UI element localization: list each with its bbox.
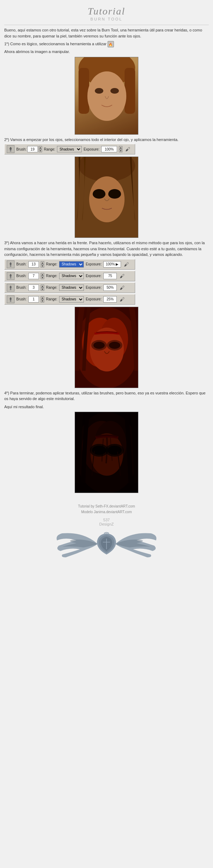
brush-size-input[interactable]: 19 [27, 146, 38, 152]
image-final-face [75, 412, 138, 493]
title: Tutorial [4, 6, 209, 16]
svg-rect-18 [10, 277, 11, 278]
range-select-step2[interactable]: Shadows Midtones Highlights [57, 146, 82, 152]
center-emblem-svg [94, 532, 119, 556]
step3-toolbars: Brush: 13 ▲ ▼ Range: Shadows Exposure: 1… [4, 259, 209, 305]
toolbar-step3-2: Brush: 7 ▲ ▼ Range: Shadows Exposure: 75… [4, 271, 135, 281]
range-select-3d[interactable]: Shadows [59, 296, 84, 303]
range-select-3b[interactable]: Shadows [59, 273, 84, 279]
left-wing-svg [55, 530, 98, 558]
face-svg-4 [75, 412, 138, 493]
step4-label: 4º) Para terminar, podemos aplicar textu… [4, 390, 209, 402]
image-original-face [75, 57, 138, 135]
step3-label: 3º) Ahora vamos a hacer una herida en la… [4, 240, 209, 258]
intro-text-2: Ahora abrimos la imagen a manipular. [4, 49, 209, 55]
subtitle: Burn Tool [4, 17, 209, 21]
brush-size-3d[interactable]: 1 [28, 296, 39, 303]
face-svg-1 [75, 57, 138, 135]
footer-credit1: Tutorial by Seth-FX.deviantART.com [4, 504, 209, 509]
face-svg-2 [75, 157, 138, 238]
burn-tool-icon-3b[interactable] [7, 272, 15, 280]
svg-rect-7 [10, 150, 11, 152]
wings-decoration [4, 530, 209, 558]
airbrush-3c[interactable]: 🖌 [119, 284, 126, 291]
toolbar-step3-3: Brush: 3 ▲ ▼ Range: Shadows Exposure: 50… [4, 282, 135, 293]
burn-tool-icon[interactable] [7, 145, 15, 153]
header: Tutorial Burn Tool [4, 4, 209, 23]
range-select-3c[interactable]: Shadows [59, 285, 84, 291]
exposure-up[interactable]: ▲ [119, 146, 122, 149]
brush-down-arrow[interactable]: ▼ [39, 149, 42, 152]
svg-rect-6 [75, 57, 138, 135]
burn-tool-icon-3d[interactable] [7, 295, 15, 303]
brush-box: Brush: 19 ▲ ▼ [16, 146, 42, 152]
exposure-3d[interactable]: 25% [103, 296, 117, 303]
range-select-3a[interactable]: Shadows [59, 261, 84, 268]
svg-rect-17 [10, 265, 11, 267]
step4-sublabel: Aquí mi resultado final. [4, 404, 209, 410]
footer-credit2: Modelo Janima.deviantART.com [4, 509, 209, 515]
exposure-3a[interactable]: 100% ▶ [103, 261, 121, 268]
svg-rect-16 [75, 157, 138, 238]
intro-text-1: Bueno, aquí estamos con otro tutorial, e… [4, 27, 209, 39]
svg-rect-30 [75, 307, 138, 388]
step1-label: 1º) Como es lógico, seleccionamos la her… [4, 41, 209, 47]
exposure-3b[interactable]: 75 [103, 273, 117, 279]
exposure-input-step2[interactable]: 100% [101, 146, 117, 152]
exposure-spinners-step2[interactable]: ▲ ▼ [119, 146, 122, 152]
airbrush-icon[interactable]: 🖌 [124, 146, 131, 153]
burn-tool-icon-3c[interactable] [7, 284, 15, 292]
face-svg-3 [75, 307, 138, 388]
brush-spinners[interactable]: ▲ ▼ [39, 146, 42, 152]
image-dark-eyes-face [75, 157, 138, 238]
burn-tool-icon-3a[interactable] [7, 260, 15, 268]
brush-size-3a[interactable]: 13 [28, 261, 39, 268]
toolbar-step2: Brush: 19 ▲ ▼ Range: Shadows Midtones Hi… [4, 144, 135, 154]
airbrush-3a[interactable]: 🖌 [123, 261, 130, 268]
airbrush-3d[interactable]: 🖌 [119, 296, 126, 303]
airbrush-3b[interactable]: 🖌 [119, 272, 126, 280]
svg-rect-19 [10, 288, 11, 290]
exposure-3c[interactable]: 50% [103, 285, 117, 291]
toolbar-step3-4: Brush: 1 ▲ ▼ Range: Shadows Exposure: 25… [4, 294, 135, 305]
exposure-down[interactable]: ▼ [119, 149, 122, 152]
header-divider [4, 25, 209, 25]
burn-tool-inline-icon: 🔥 [108, 41, 114, 47]
step2-label: 2º) Vamos a empezar por los ojos, selecc… [4, 137, 209, 143]
brush-up-arrow[interactable]: ▲ [39, 146, 42, 149]
toolbar-step3-1: Brush: 13 ▲ ▼ Range: Shadows Exposure: 1… [4, 259, 135, 270]
footer: Tutorial by Seth-FX.deviantART.com Model… [4, 504, 209, 565]
svg-rect-20 [10, 300, 11, 302]
image-red-face [75, 307, 138, 388]
footer-number: 537 DesignZ [4, 518, 209, 526]
page-container: Tutorial Burn Tool Bueno, aquí estamos c… [0, 0, 213, 569]
right-wing-svg [115, 530, 158, 558]
brush-size-3b[interactable]: 7 [28, 273, 39, 279]
svg-rect-40 [75, 412, 138, 493]
brush-size-3c[interactable]: 3 [28, 285, 39, 291]
